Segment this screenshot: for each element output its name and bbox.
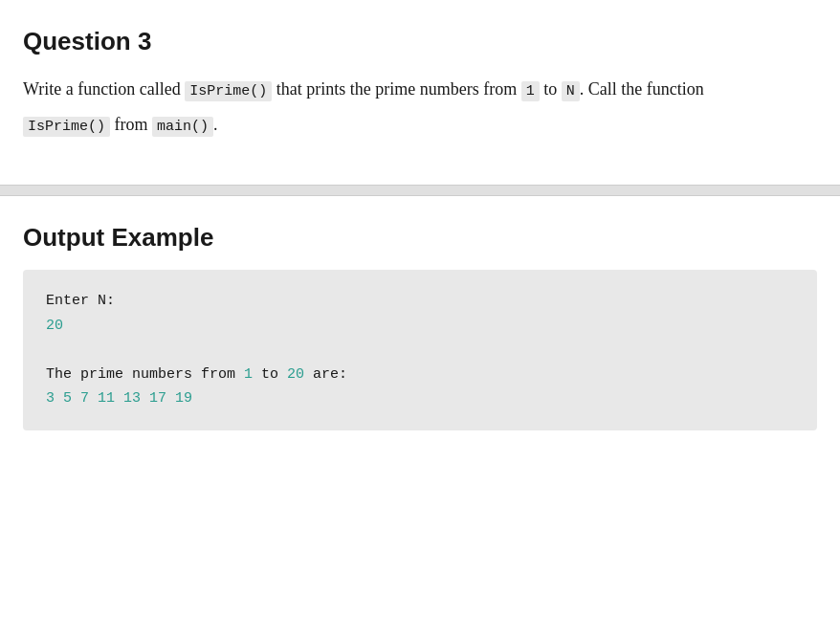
question-paragraph-1: Write a function called IsPrime() that p… bbox=[23, 76, 817, 103]
body-text-4: . Call the function bbox=[580, 79, 704, 99]
question-body: Write a function called IsPrime() that p… bbox=[23, 76, 817, 139]
code-isprime-2: IsPrime() bbox=[23, 117, 110, 137]
code-n: N bbox=[562, 81, 580, 101]
output-the-prime: The prime numbers from bbox=[46, 366, 244, 383]
question-paragraph-2: IsPrime() from main(). bbox=[23, 111, 817, 139]
body-text-1: Write a function called bbox=[23, 79, 185, 99]
code-isprime-1: IsPrime() bbox=[185, 81, 272, 101]
output-line-enter: Enter N: bbox=[46, 289, 794, 314]
body-text-5: from bbox=[110, 115, 152, 134]
output-box: Enter N: 20 The prime numbers from 1 to … bbox=[23, 270, 817, 430]
output-blank-line bbox=[46, 338, 794, 363]
question-title: Question 3 bbox=[23, 27, 817, 56]
section-divider bbox=[0, 185, 840, 196]
body-text-6: . bbox=[213, 115, 218, 134]
code-main: main() bbox=[152, 117, 213, 137]
output-line-20-input: 20 bbox=[46, 314, 794, 339]
output-1: 1 bbox=[244, 366, 253, 383]
output-to: to bbox=[253, 366, 287, 383]
body-text-2: that prints the prime numbers from bbox=[272, 79, 520, 99]
output-are: are: bbox=[304, 366, 347, 383]
question-section: Question 3 Write a function called IsPri… bbox=[0, 0, 840, 185]
output-section: Output Example Enter N: 20 The prime num… bbox=[0, 196, 840, 457]
code-1: 1 bbox=[521, 81, 540, 101]
output-20: 20 bbox=[287, 366, 304, 383]
output-primes-list: 3 5 7 11 13 17 19 bbox=[46, 386, 794, 411]
body-text-3: to bbox=[540, 79, 562, 99]
output-line-prime-text: The prime numbers from 1 to 20 are: bbox=[46, 363, 794, 387]
output-title: Output Example bbox=[23, 223, 817, 253]
